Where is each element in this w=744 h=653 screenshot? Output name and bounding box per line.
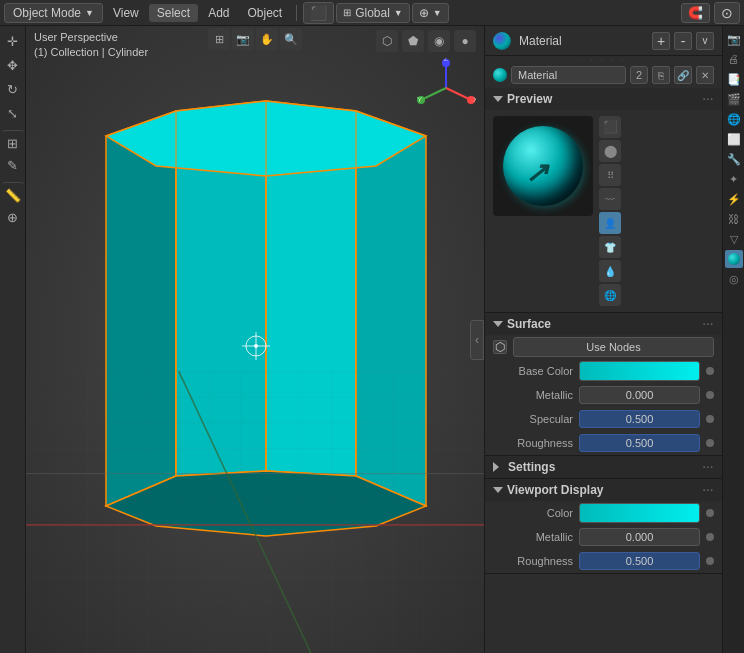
roughness-dot[interactable]: [706, 439, 714, 447]
viewport-hand-btn[interactable]: ✋: [256, 28, 278, 50]
metallic-dot[interactable]: [706, 391, 714, 399]
right-panel-inner: Material + - v · · · · · Material 2: [485, 26, 744, 653]
viewport-perspective-label: User Perspective: [34, 30, 148, 45]
viewport-zoom-btn[interactable]: 🔍: [280, 28, 302, 50]
settings-section-header[interactable]: Settings ···: [485, 456, 722, 478]
preview-type-drop[interactable]: 💧: [599, 260, 621, 282]
menu-view[interactable]: View: [105, 4, 147, 22]
props-view-layer-icon[interactable]: 📑: [725, 70, 743, 88]
preview-section-header[interactable]: Preview ···: [485, 88, 722, 110]
material-count: 2: [630, 66, 648, 84]
snapping-btn[interactable]: 🧲: [681, 3, 710, 23]
material-header-label: Material: [519, 34, 648, 48]
viewport-top-icons: ⬡ ⬟ ◉ ●: [376, 30, 476, 52]
proportional-btn[interactable]: ⊙: [714, 2, 740, 24]
vd-color-value[interactable]: [579, 503, 700, 523]
panel-remove-btn[interactable]: -: [674, 32, 692, 50]
settings-dots: ···: [703, 462, 714, 473]
menu-object[interactable]: Object: [239, 4, 290, 22]
axis-gizmo[interactable]: Z X Y: [416, 58, 476, 118]
props-modifier-icon[interactable]: 🔧: [725, 150, 743, 168]
props-render-icon[interactable]: 📷: [725, 30, 743, 48]
props-particles-icon[interactable]: ✦: [725, 170, 743, 188]
viewport[interactable]: User Perspective (1) Collection | Cylind…: [26, 26, 484, 653]
use-nodes-btn[interactable]: Use Nodes: [513, 337, 714, 357]
pivot-selector[interactable]: ⊕ ▼: [412, 3, 449, 23]
preview-type-cloth[interactable]: 👕: [599, 236, 621, 258]
sidebar-move-icon[interactable]: ✥: [2, 54, 24, 76]
viewport-shading-wire[interactable]: ⬡: [376, 30, 398, 52]
vd-metallic-dot[interactable]: [706, 533, 714, 541]
sidebar-add-icon[interactable]: ⊕: [2, 206, 24, 228]
props-output-icon[interactable]: 🖨: [725, 50, 743, 68]
vd-metallic-value[interactable]: 0.000: [579, 528, 700, 546]
specular-row: Specular 0.500: [485, 407, 722, 431]
surface-section: Surface ··· ⬡ Use Nodes Base Color: [485, 313, 722, 456]
sidebar-rotate-icon[interactable]: ↻: [2, 78, 24, 100]
props-material-icon[interactable]: [725, 250, 743, 268]
roughness-row: Roughness 0.500: [485, 431, 722, 455]
viewport-camera-btn[interactable]: 📷: [232, 28, 254, 50]
props-shader-icon[interactable]: ◎: [725, 270, 743, 288]
preview-type-flat[interactable]: ⬛: [599, 116, 621, 138]
menu-select[interactable]: Select: [149, 4, 198, 22]
material-delete-btn[interactable]: ✕: [696, 66, 714, 84]
viewport-display-header[interactable]: Viewport Display ···: [485, 479, 722, 501]
preview-type-sphere[interactable]: ⬤: [599, 140, 621, 162]
surface-section-header[interactable]: Surface ···: [485, 313, 722, 335]
sidebar-cursor-icon[interactable]: ✛: [2, 30, 24, 52]
vd-roughness-value[interactable]: 0.500: [579, 552, 700, 570]
props-physics-icon[interactable]: ⚡: [725, 190, 743, 208]
material-name-field[interactable]: Material: [511, 66, 626, 84]
props-world-icon[interactable]: 🌐: [725, 110, 743, 128]
panel-collapse-btn[interactable]: ‹: [470, 320, 484, 360]
specular-value[interactable]: 0.500: [579, 410, 700, 428]
base-color-value[interactable]: [579, 361, 700, 381]
sidebar-annotate-icon[interactable]: ✎: [2, 154, 24, 176]
proportional-icon: ⊙: [721, 5, 733, 21]
panel-add-btn[interactable]: +: [652, 32, 670, 50]
material-link-btn[interactable]: 🔗: [674, 66, 692, 84]
specular-dot[interactable]: [706, 415, 714, 423]
preview-type-plane[interactable]: ⠿: [599, 164, 621, 186]
props-scene-icon[interactable]: 🎬: [725, 90, 743, 108]
transform-icon: ⬛: [310, 5, 327, 21]
panel-expand-btn[interactable]: v: [696, 32, 714, 50]
svg-text:X: X: [473, 95, 476, 104]
vd-roughness-dot[interactable]: [706, 557, 714, 565]
vd-color-dot[interactable]: [706, 509, 714, 517]
menu-add[interactable]: Add: [200, 4, 237, 22]
metallic-row: Metallic 0.000: [485, 383, 722, 407]
props-object-icon[interactable]: ⬜: [725, 130, 743, 148]
base-color-dot[interactable]: [706, 367, 714, 375]
sidebar-measure-icon[interactable]: 📏: [2, 182, 24, 204]
metallic-label: Metallic: [493, 389, 573, 401]
viewport-grid-btn[interactable]: ⊞: [208, 28, 230, 50]
preview-type-globe[interactable]: 🌐: [599, 284, 621, 306]
sidebar-transform-icon[interactable]: ⊞: [2, 130, 24, 152]
svg-point-12: [254, 344, 258, 348]
surface-icon-btn[interactable]: ⬡: [493, 340, 507, 354]
props-content[interactable]: · · · · · Material 2 ⎘ 🔗 ✕: [485, 56, 722, 653]
preview-sphere-container[interactable]: ↗: [493, 116, 593, 216]
props-header: Material + - v: [485, 26, 722, 56]
vd-roughness-row: Roughness 0.500: [485, 549, 722, 573]
mode-selector[interactable]: Object Mode ▼: [4, 3, 103, 23]
global-selector[interactable]: ⊞ Global ▼: [336, 3, 410, 23]
sidebar-scale-icon[interactable]: ⤡: [2, 102, 24, 124]
preview-dots: ···: [703, 94, 714, 105]
props-data-icon[interactable]: ▽: [725, 230, 743, 248]
global-chevron: ▼: [394, 8, 403, 18]
viewport-shading-solid[interactable]: ⬟: [402, 30, 424, 52]
transform-widget[interactable]: ⬛: [303, 2, 334, 24]
roughness-value[interactable]: 0.500: [579, 434, 700, 452]
base-color-label: Base Color: [493, 365, 573, 377]
preview-type-person[interactable]: 👤: [599, 212, 621, 234]
props-constraints-icon[interactable]: ⛓: [725, 210, 743, 228]
viewport-shading-render[interactable]: ●: [454, 30, 476, 52]
viewport-shading-material[interactable]: ◉: [428, 30, 450, 52]
preview-type-wave[interactable]: 〰: [599, 188, 621, 210]
material-copy-btn[interactable]: ⎘: [652, 66, 670, 84]
settings-section: Settings ···: [485, 456, 722, 479]
metallic-value[interactable]: 0.000: [579, 386, 700, 404]
